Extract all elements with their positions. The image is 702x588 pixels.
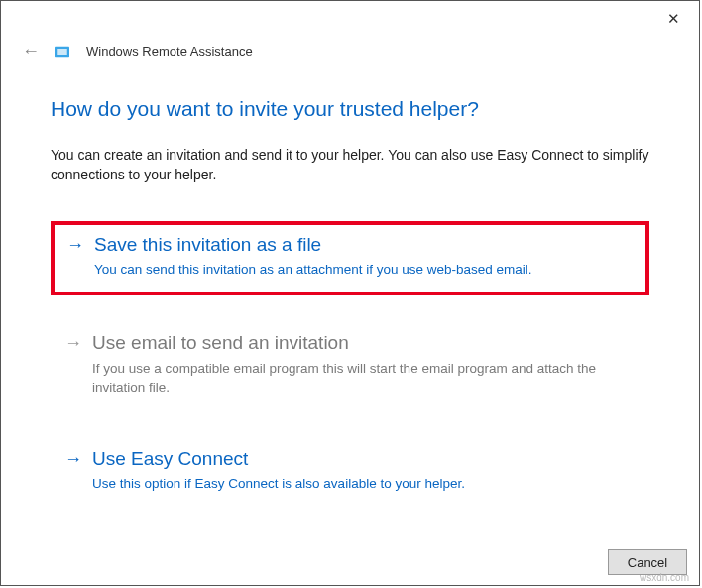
option-easy-connect[interactable]: → Use Easy Connect Use this option if Ea… <box>51 437 649 509</box>
option-desc: If you use a compatible email program th… <box>92 360 636 398</box>
arrow-right-icon: → <box>64 447 82 472</box>
app-icon <box>55 45 72 59</box>
back-button[interactable]: ← <box>21 41 41 61</box>
option-desc: Use this option if Easy Connect is also … <box>92 475 636 494</box>
close-icon: ✕ <box>667 10 680 28</box>
content-area: How do you want to invite your trusted h… <box>1 61 699 539</box>
app-title: Windows Remote Assistance <box>86 44 253 59</box>
arrow-right-icon: → <box>64 331 82 356</box>
page-intro: You can create an invitation and send it… <box>51 145 649 185</box>
titlebar: ✕ <box>1 1 699 37</box>
header: ← Windows Remote Assistance <box>1 37 699 61</box>
page-heading: How do you want to invite your trusted h… <box>51 97 649 121</box>
option-save-file[interactable]: → Save this invitation as a file You can… <box>51 221 649 296</box>
option-title: Use email to send an invitation <box>92 331 636 356</box>
watermark: wsxdn.com <box>640 572 689 583</box>
back-arrow-icon: ← <box>22 41 40 60</box>
option-desc: You can send this invitation as an attac… <box>94 261 634 280</box>
wizard-window: ✕ ← Windows Remote Assistance How do you… <box>0 0 700 586</box>
footer: Cancel <box>1 539 699 585</box>
option-title: Save this invitation as a file <box>94 233 634 258</box>
svg-rect-1 <box>57 49 67 55</box>
arrow-right-icon: → <box>66 233 84 258</box>
option-use-email: → Use email to send an invitation If you… <box>51 321 649 411</box>
close-button[interactable]: ✕ <box>657 7 689 31</box>
option-title: Use Easy Connect <box>92 447 636 472</box>
